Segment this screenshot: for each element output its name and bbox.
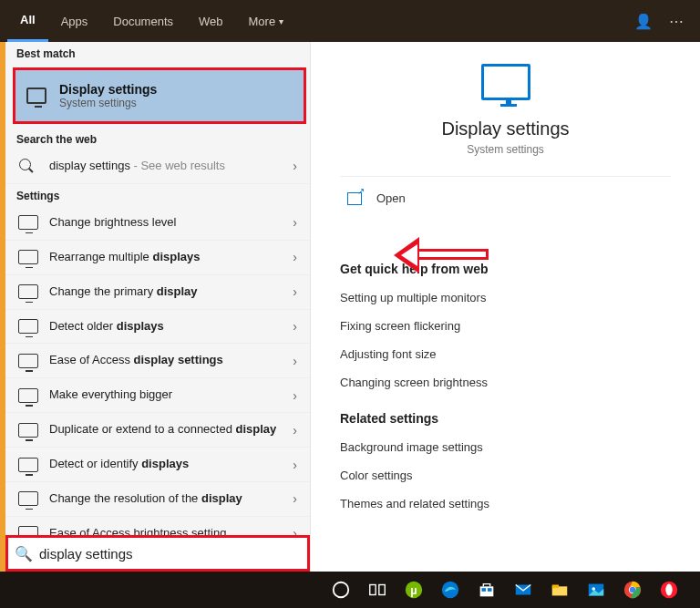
open-button[interactable]: Open: [340, 176, 671, 220]
settings-row[interactable]: Ease of Access display settings›: [5, 344, 310, 378]
results-panel: Best match Display settings System setti…: [0, 42, 310, 572]
tab-web[interactable]: Web: [186, 0, 236, 42]
svg-point-5: [442, 582, 458, 598]
settings-row[interactable]: Make everything bigger›: [5, 378, 310, 413]
tab-all[interactable]: All: [7, 0, 48, 42]
chevron-right-icon: ›: [293, 491, 297, 506]
settings-header: Settings: [5, 184, 310, 206]
preview-panel: Display settings System settings Open Ge…: [310, 42, 700, 572]
search-web-header: Search the web: [5, 128, 310, 149]
chevron-right-icon: ›: [293, 423, 297, 438]
svg-point-0: [334, 582, 349, 598]
chevron-right-icon: ›: [293, 388, 297, 403]
chevron-right-icon: ›: [293, 354, 297, 368]
preview-title: Display settings: [340, 119, 671, 139]
help-link[interactable]: Fixing screen flickering: [340, 312, 671, 340]
related-settings-header: Related settings: [340, 411, 671, 426]
chevron-right-icon: ›: [293, 250, 297, 264]
taskbar-mail-icon[interactable]: [505, 572, 541, 608]
chevron-right-icon: ›: [293, 319, 297, 334]
related-link[interactable]: Background image settings: [340, 433, 671, 461]
chevron-down-icon: ▾: [279, 16, 283, 26]
best-match-sub: System settings: [59, 97, 157, 109]
svg-rect-11: [552, 585, 559, 589]
taskbar-opera-icon[interactable]: [651, 572, 687, 608]
search-icon: 🔍: [8, 545, 39, 562]
svg-text:µ: µ: [410, 583, 417, 597]
search-box[interactable]: 🔍: [5, 535, 310, 572]
monitor-icon: [18, 458, 38, 472]
settings-row[interactable]: Rearrange multiple displays›: [5, 241, 310, 275]
more-options-icon[interactable]: ⋯: [660, 13, 693, 30]
svg-rect-2: [379, 585, 385, 595]
svg-rect-8: [488, 588, 492, 592]
monitor-icon: [18, 388, 38, 403]
svg-rect-7: [482, 588, 487, 592]
chevron-right-icon: ›: [293, 284, 297, 299]
search-icon: [18, 159, 38, 173]
preview-sub: System settings: [340, 143, 671, 156]
monitor-icon: [18, 423, 38, 438]
monitor-icon: [18, 284, 38, 299]
search-input[interactable]: [39, 546, 307, 562]
web-result-row[interactable]: display settings - See web results ›: [5, 149, 310, 184]
quick-help-header: Get quick help from web: [340, 262, 671, 276]
account-icon[interactable]: 👤: [627, 13, 660, 30]
chevron-right-icon: ›: [293, 159, 297, 173]
monitor-icon: [18, 491, 38, 506]
settings-row[interactable]: Duplicate or extend to a connected displ…: [5, 413, 310, 448]
chevron-right-icon: ›: [293, 458, 297, 472]
monitor-icon: [18, 215, 38, 230]
open-icon: [347, 192, 362, 205]
settings-row[interactable]: Change the resolution of the display›: [5, 482, 310, 517]
settings-row[interactable]: Change brightness level›: [5, 206, 310, 241]
monitor-icon: [26, 88, 46, 104]
related-link[interactable]: Color settings: [340, 461, 671, 489]
svg-point-18: [665, 584, 672, 596]
monitor-icon: [18, 250, 38, 264]
svg-rect-1: [370, 585, 376, 595]
monitor-icon: [18, 354, 38, 368]
settings-row[interactable]: Change the primary display›: [5, 275, 310, 310]
taskbar-chrome-icon[interactable]: [614, 572, 651, 608]
help-link[interactable]: Setting up multiple monitors: [340, 283, 671, 312]
help-link[interactable]: Adjusting font size: [340, 340, 671, 368]
tab-apps[interactable]: Apps: [48, 0, 101, 42]
best-match-header: Best match: [5, 42, 310, 64]
taskbar-store-icon[interactable]: [468, 572, 505, 608]
taskbar-cortana-icon[interactable]: [323, 572, 359, 608]
search-tabs-bar: All Apps Documents Web More▾ 👤 ⋯: [0, 0, 700, 42]
taskbar-utorrent-icon[interactable]: µ: [396, 572, 432, 608]
tab-documents[interactable]: Documents: [100, 0, 186, 42]
taskbar-photos-icon[interactable]: [578, 572, 614, 608]
best-match-title: Display settings: [59, 82, 157, 97]
annotation-arrow: [416, 249, 489, 260]
related-link[interactable]: Themes and related settings: [340, 489, 671, 518]
settings-row[interactable]: Detect or identify displays›: [5, 448, 310, 482]
taskbar-explorer-icon[interactable]: [541, 572, 578, 608]
taskbar: µ: [0, 572, 700, 608]
tab-more[interactable]: More▾: [236, 0, 297, 42]
monitor-large-icon: [481, 64, 530, 100]
taskbar-edge-icon[interactable]: [432, 572, 468, 608]
monitor-icon: [18, 319, 38, 334]
help-link[interactable]: Changing screen brightness: [340, 368, 671, 397]
best-match-item[interactable]: Display settings System settings: [13, 67, 306, 124]
taskbar-taskview-icon[interactable]: [359, 572, 396, 608]
settings-row[interactable]: Detect older displays›: [5, 310, 310, 345]
chevron-right-icon: ›: [293, 215, 297, 230]
